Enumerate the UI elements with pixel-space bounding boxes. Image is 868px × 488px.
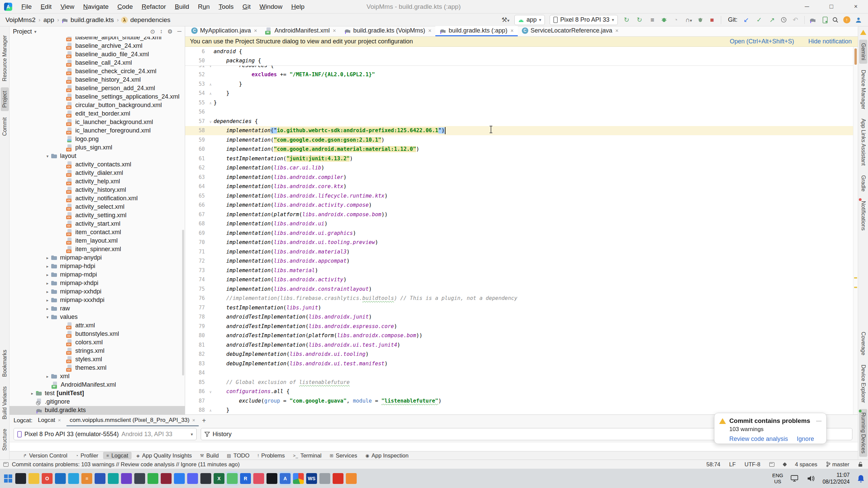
tree-row[interactable]: activity_start.xml [9,220,185,228]
line-number[interactable]: 85 [185,379,214,385]
code-line[interactable]: 82 debugImplementation(libs.androidx.ui.… [185,350,853,359]
code-line[interactable]: 59 implementation("com.google.code.gson:… [185,135,853,145]
line-number[interactable]: 60 [185,146,214,152]
line-number[interactable]: 55∧ [185,100,214,106]
tree-row[interactable]: ▸ mipmap-hdpi [9,262,185,270]
maximize-button[interactable]: □ [819,0,844,13]
tool-window-button[interactable]: ⊞ Services [326,452,360,459]
sticky-code-line[interactable]: 50 packaging { [185,56,853,66]
taskbar-app-icon[interactable] [68,473,79,484]
indent-setting[interactable]: 4 spaces [795,461,817,468]
line-number[interactable]: 53∧ [185,81,214,87]
close-button[interactable]: × [844,0,868,13]
tree-row[interactable]: activity_help.xml [9,177,185,186]
code-line[interactable]: 65 implementation(libs.androidx.lifecycl… [185,191,853,201]
tree-row[interactable]: ▸ raw [9,304,185,313]
volume-icon[interactable] [807,475,815,482]
line-number[interactable]: 72 [185,258,214,264]
line-number[interactable]: 75 [185,286,214,292]
tool-window-button[interactable]: Project [1,87,9,111]
menu-item[interactable]: Code [113,3,137,11]
tool-window-button[interactable]: >_ Terminal [290,452,325,459]
breadcrumb-module[interactable]: app [43,16,55,24]
update-available-icon[interactable]: ↑ [843,16,850,23]
line-number[interactable]: 59 [185,137,214,143]
close-tab-icon[interactable]: × [615,28,618,34]
tool-window-button[interactable]: Running Devices [859,409,867,457]
taskbar-app-icon[interactable] [333,473,343,484]
menu-item[interactable]: View [56,3,79,11]
code-line[interactable]: 78 androidTestImplementation(libs.androi… [185,312,853,322]
tool-window-button[interactable]: Commit [1,114,9,139]
caret-position[interactable]: 58:74 [706,461,720,468]
run-list-icon[interactable]: ≡ [648,16,656,24]
tree-row[interactable]: ▸ mipmap-mdpi [9,270,185,279]
collapse-all-icon[interactable]: ↕ [160,28,163,35]
taskbar-app-icon[interactable] [161,473,172,484]
line-number[interactable]: 82 [185,351,214,357]
line-number[interactable]: 57∨ [185,118,214,124]
tree-row[interactable]: ▾ layout [9,152,185,160]
taskbar-app-icon[interactable] [319,473,330,484]
tool-window-button[interactable]: App Links Assistant [859,115,867,169]
menu-item[interactable]: Run [194,3,214,11]
sticky-code-line[interactable]: 6 android { [185,47,853,56]
attach-debugger-icon[interactable] [697,17,703,23]
network-icon[interactable] [791,475,800,482]
tree-row[interactable]: activity_dialer.xml [9,169,185,177]
editor-tab[interactable]: build.gradle.kts (:app) × [435,26,517,36]
tool-window-button[interactable]: ▤ TODO [223,452,253,459]
code-line[interactable]: 68 implementation(libs.androidx.ui) [185,219,853,229]
warning-mark[interactable] [854,287,857,288]
fold-icon[interactable]: ∧ [209,82,212,87]
tool-window-button[interactable]: ◔ Profiler [72,452,102,459]
line-number[interactable]: 84 [185,370,214,376]
taskbar-app-icon[interactable] [147,473,158,484]
fold-icon[interactable]: ∧ [209,92,212,96]
code-line[interactable]: 74 implementation(libs.androidx.activity… [185,275,853,285]
notification-bell-icon[interactable] [857,474,865,483]
tree-scrollbar[interactable] [182,230,184,375]
logcat-device-select[interactable]: Pixel 8 Pro API 33 (emulator-5554) Andro… [14,428,197,440]
gear-icon[interactable]: ⚙ [167,28,173,35]
tree-row[interactable]: colors.xml [9,338,185,347]
menu-item[interactable]: Build [171,3,194,11]
line-number[interactable]: 70 [185,239,214,245]
line-number[interactable]: 81 [185,342,214,348]
project-view-selector[interactable]: Project [13,28,32,35]
tool-window-button[interactable]: Gemini [859,40,867,64]
history-clock-icon[interactable] [781,17,787,23]
taskbar-app-icon[interactable] [134,473,145,484]
logcat-tab[interactable]: com.voipplus.mmsclient (Pixel_8_Pro_API_… [66,415,199,426]
unlocked-icon[interactable] [858,462,863,467]
line-number[interactable]: 88∧ [185,407,214,413]
debug-icon[interactable] [661,17,667,23]
tree-row[interactable]: logo.png [9,135,185,143]
tree-row[interactable]: baseline_call_24.xml [9,59,185,67]
code-line[interactable]: 87 exclude(group = "com.google.guava", m… [185,396,853,406]
ignore-link[interactable]: Ignore [797,435,814,443]
tree-row[interactable]: attr.xml [9,321,185,330]
taskbar-app-icon[interactable]: O [42,473,53,484]
code-line[interactable]: 60 implementation("com.google.android.ma… [185,145,853,154]
taskbar-app-icon[interactable] [121,473,132,484]
taskbar-app-icon[interactable]: X [214,473,224,484]
line-number[interactable]: 58 [185,127,214,134]
code-line[interactable]: 61 testImplementation("junit:junit:4.13.… [185,154,853,163]
tool-window-button[interactable]: ! Problems [254,452,288,459]
taskbar-app-icon[interactable] [227,473,238,484]
logcat-tab[interactable]: Logcat × [35,415,64,426]
line-number[interactable]: 69 [185,230,214,236]
status-panel-icon[interactable] [3,462,8,467]
code-line[interactable]: 71 implementation(libs.androidx.material… [185,247,853,257]
search-icon[interactable] [832,17,839,23]
banner-open-link[interactable]: Open (Ctrl+Alt+Shift+S) [730,38,794,45]
code-line[interactable]: 62 implementation(libs.car.ui.lib) [185,163,853,173]
code-line[interactable]: 67 implementation(platform(libs.androidx… [185,210,853,219]
code-line[interactable]: 77 testImplementation(libs.junit) [185,303,853,312]
taskbar-app-icon[interactable] [28,473,39,484]
fold-icon[interactable]: ∧ [209,408,212,413]
tool-window-button[interactable]: Bookmarks [1,346,9,380]
close-tab-icon[interactable]: × [254,28,257,34]
tree-row[interactable]: baseline_person_add_24.xml [9,84,185,93]
